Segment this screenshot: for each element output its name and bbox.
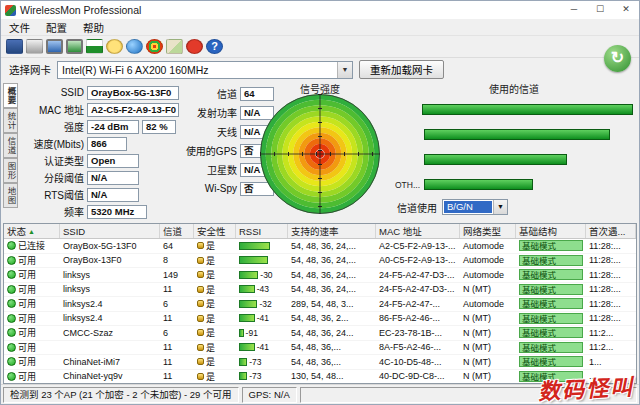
security-text: 是 <box>206 239 215 252</box>
connection-fields: SSID OrayBox-5G-13F0 MAC 地址 A2-C5-F2-A9-… <box>20 84 179 220</box>
help-icon[interactable]: ? <box>206 39 223 54</box>
table-row[interactable]: 可用 OrayBox-13F0 8 是 54, 48, 36, 24,... A… <box>4 254 636 269</box>
cell-infrastructure: 基础模式 <box>516 370 586 384</box>
status-text: 可用 <box>18 326 36 339</box>
header-infrastructure[interactable]: 基础结构 <box>516 224 586 238</box>
side-tab-statistics[interactable]: 统计 <box>3 108 18 133</box>
table-row[interactable]: 可用 linksys2.4 11 是 -41 54, 48, 36, 2... … <box>4 312 636 327</box>
table-row[interactable]: 可用 ChinaNet-iMi7 11 是 -73 54, 48, 36,...… <box>4 355 636 370</box>
channel-usage-bar <box>424 129 610 140</box>
side-tab-channels[interactable]: 信道 <box>3 133 18 158</box>
header-security[interactable]: 安全性 <box>194 224 236 238</box>
cell-status: 可用 <box>4 370 60 384</box>
table-row[interactable]: 可用 linksys 149 是 -30 54, 48, 36, 24,... … <box>4 268 636 283</box>
globe-icon[interactable] <box>126 39 143 54</box>
lock-icon <box>197 242 204 249</box>
table-row[interactable]: 已连接 OrayBox-5G-13F0 64 是 54, 48, 36, 24,… <box>4 239 636 254</box>
infrastructure-chip: 基础模式 <box>519 313 583 324</box>
save-icon[interactable] <box>6 39 23 54</box>
status-text: 可用 <box>18 268 36 281</box>
menu-configuration[interactable]: 配置 <box>38 20 75 35</box>
menu-bar: 文件 配置 帮助 <box>1 19 639 36</box>
channel-use-label: 信道使用 <box>397 200 437 215</box>
chart-icon[interactable] <box>86 39 103 54</box>
status-text: 可用 <box>18 254 36 267</box>
cell-channel: 8 <box>160 254 194 268</box>
cell-network-type: N (MT) <box>460 370 516 384</box>
cell-ssid: OrayBox-13F0 <box>60 254 160 268</box>
rssi-bar <box>239 329 244 337</box>
close-button[interactable]: ✕ <box>613 1 639 19</box>
cell-status: 可用 <box>4 268 60 282</box>
status-available-icon <box>7 299 16 308</box>
header-first-seen[interactable]: 首次遇... <box>586 224 636 238</box>
channel-label: 信道 <box>177 86 237 101</box>
cell-rates: 54, 48, 36, 24,... <box>288 268 376 282</box>
table-row[interactable]: 可用 ChinaNet-yq9v 11 是 -73 130, 54, 48...… <box>4 370 636 385</box>
satellites-label: 卫星数 <box>177 162 237 177</box>
cell-first-seen: 11:28:... <box>586 239 636 253</box>
cell-status: 可用 <box>4 355 60 369</box>
rssi-bar <box>239 256 268 264</box>
cell-status: 可用 <box>4 297 60 311</box>
cell-rssi: -41 <box>236 341 288 355</box>
side-tab-map[interactable]: 地图 <box>3 183 18 208</box>
header-network-type[interactable]: 网络类型 <box>460 224 516 238</box>
rts-label: RTS阈值 <box>20 187 84 202</box>
table-row[interactable]: 可用 CMCC-Szaz 6 是 -91 54, 48, 36, 24... E… <box>4 326 636 341</box>
header-mac[interactable]: MAC 地址 <box>376 224 460 238</box>
header-rates[interactable]: 支持的速率 <box>288 224 376 238</box>
header-ssid[interactable]: SSID <box>60 224 160 238</box>
rssi-value: -32 <box>259 299 271 309</box>
status-text: 可用 <box>18 283 36 296</box>
cell-ssid: linksys <box>60 268 160 282</box>
rssi-value: -73 <box>249 357 261 367</box>
cell-network-type: Automode <box>460 254 516 268</box>
cell-status: 可用 <box>4 341 60 355</box>
chevron-down-icon[interactable]: ▼ <box>493 200 507 214</box>
table-row[interactable]: 可用 11 是 -41 54, 48, 36,... 8A-F5-A2-46-.… <box>4 341 636 356</box>
map-icon[interactable] <box>166 39 183 54</box>
menu-help[interactable]: 帮助 <box>75 20 112 35</box>
field-rts: RTS阈值 N/A <box>20 186 179 203</box>
window-title: WirelessMon Professional <box>20 4 141 16</box>
cell-first-seen: 11:28:... <box>586 254 636 268</box>
cell-channel: 149 <box>160 268 194 282</box>
summary-monitor-icon[interactable] <box>46 39 63 54</box>
cell-ssid: ChinaNet-iMi7 <box>60 355 160 369</box>
auth-label: 认证类型 <box>20 153 84 168</box>
lock-icon <box>197 286 204 293</box>
clock-icon[interactable] <box>106 39 123 54</box>
cell-channel: 11 <box>160 312 194 326</box>
header-channel[interactable]: 信道 <box>160 224 194 238</box>
channel-use-select[interactable]: B/G/N ▼ <box>442 199 508 215</box>
reload-adapter-button[interactable]: 重新加载网卡 <box>359 60 444 79</box>
maximize-button[interactable]: ☐ <box>587 1 613 19</box>
header-status[interactable]: 状态▲ <box>4 224 60 238</box>
side-tab-graphs[interactable]: 图形 <box>3 158 18 183</box>
adapter-select[interactable]: Intel(R) Wi-Fi 6 AX200 160MHz ▼ <box>57 61 353 79</box>
header-rssi[interactable]: RSSI <box>236 224 288 238</box>
frag-label: 分段阈值 <box>20 170 84 185</box>
side-tab-summary[interactable]: 概要 <box>3 83 18 108</box>
channels-monitor-icon[interactable] <box>66 39 83 54</box>
lock-icon <box>197 300 204 307</box>
menu-file[interactable]: 文件 <box>1 20 38 35</box>
table-row[interactable]: 可用 linksys 11 是 -43 54, 48, 36, 24,... 2… <box>4 283 636 298</box>
table-row[interactable]: 可用 linksys2.4 6 是 -32 289, 54, 48, 3... … <box>4 297 636 312</box>
channel-bar-label: OTH... <box>395 180 421 190</box>
cell-rssi: -73 <box>236 370 288 384</box>
status-available-icon <box>7 372 16 381</box>
rssi-bar <box>239 372 247 380</box>
signal-icon[interactable] <box>146 39 163 54</box>
status-text: 可用 <box>18 341 36 354</box>
auth-value: Open <box>87 154 139 168</box>
minimize-button[interactable]: ─ <box>561 1 587 19</box>
cell-mac: 4C-10-D5-48-... <box>376 355 460 369</box>
print-icon[interactable] <box>26 39 43 54</box>
infrastructure-chip: 基础模式 <box>519 298 583 309</box>
adapter-row: 选择网卡 Intel(R) Wi-Fi 6 AX200 160MHz ▼ 重新加… <box>1 58 639 81</box>
cell-security: 是 <box>194 283 236 297</box>
stop-icon[interactable] <box>186 39 203 54</box>
chevron-down-icon[interactable]: ▼ <box>337 62 352 78</box>
